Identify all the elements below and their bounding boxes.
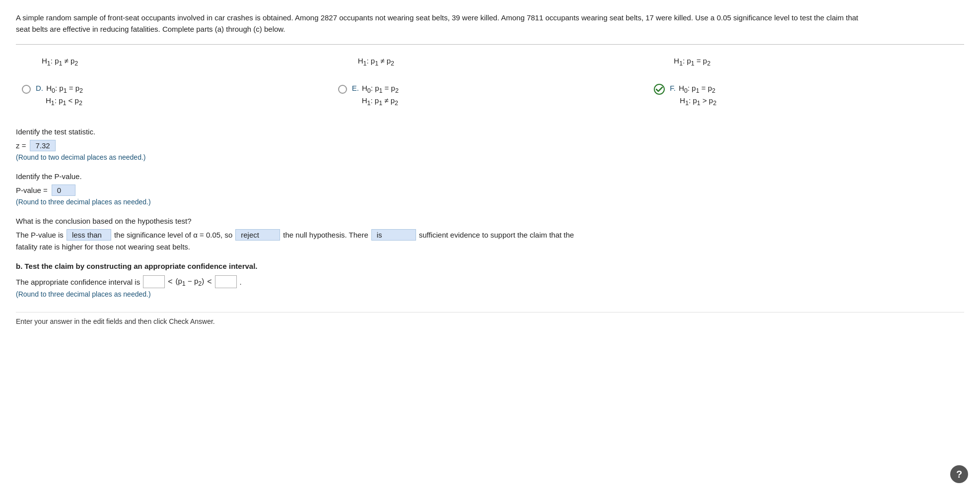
option-d-h1: H1: p1 < p2: [36, 94, 83, 109]
ci-middle-expr: (p1 − p2): [176, 277, 205, 287]
conclusion-sentence: The P-value is less than the significanc…: [16, 229, 964, 241]
section-divider: [16, 44, 964, 45]
conclusion-dropdown1[interactable]: less than: [67, 229, 111, 241]
options-top-row: H1: p1 ≠ p2 H1: p1 ≠ p2 H1: p1 = p2: [16, 52, 964, 72]
options-radio-row: D. H0: p1 = p2 H1: p1 < p2 E. H0: p1 = p…: [16, 81, 964, 114]
bottom-note: Enter your answer in the edit fields and…: [16, 312, 964, 325]
p-value-label: Identify the P-value.: [16, 172, 964, 181]
ci-input-lower[interactable]: [143, 275, 165, 288]
part-b-section: b. Test the claim by constructing an app…: [16, 262, 964, 298]
pvalue-prefix: P-value =: [16, 186, 48, 194]
option-e-letter: E.: [352, 84, 359, 92]
ci-less-than-2: <: [207, 277, 211, 286]
ci-less-than-1: <: [168, 277, 172, 286]
test-stat-hint: (Round to two decimal places as needed.): [16, 153, 964, 161]
option-e-h1: H1: p1 ≠ p2: [352, 94, 399, 109]
conclusion-middle: the significance level of α = 0.05, so: [114, 231, 232, 239]
option-d-radio[interactable]: [22, 85, 31, 94]
conclusion-end-partial: sufficient evidence to support the claim…: [419, 231, 574, 239]
option-e-radio[interactable]: [338, 85, 347, 94]
ci-row: The appropriate confidence interval is <…: [16, 275, 964, 288]
test-stat-row: z = 7.32: [16, 140, 964, 151]
ci-hint: (Round to three decimal places as needed…: [16, 290, 964, 298]
part-b-title: b. Test the claim by constructing an app…: [16, 262, 964, 270]
conclusion-dropdown2[interactable]: reject: [235, 229, 280, 241]
option-d-cell: D. H0: p1 = p2 H1: p1 < p2: [16, 81, 332, 114]
ci-label: The appropriate confidence interval is: [16, 278, 140, 286]
ci-input-upper[interactable]: [215, 275, 237, 288]
option-d-h1-top: H1: p1 ≠ p2: [42, 57, 78, 65]
option-f-h1-top: H1: p1 = p2: [674, 57, 710, 65]
z-prefix: z =: [16, 141, 26, 150]
option-e-h1-top: H1: p1 ≠ p2: [358, 57, 394, 65]
conclusion-start: The P-value is: [16, 231, 64, 239]
conclusion-after2: the null hypothesis. There: [283, 231, 368, 239]
conclusion-question: What is the conclusion based on the hypo…: [16, 217, 964, 225]
option-f-letter: F.: [670, 84, 676, 92]
z-value-box[interactable]: 7.32: [30, 140, 55, 151]
option-e-cell: E. H0: p1 = p2 H1: p1 ≠ p2: [332, 81, 648, 114]
ci-period: .: [240, 278, 242, 286]
p-value-hint: (Round to three decimal places as needed…: [16, 198, 964, 206]
option-f-cell: F. H0: p1 = p2 H1: p1 > p2: [648, 81, 964, 114]
intro-text: A simple random sample of front-seat occ…: [16, 12, 860, 35]
test-stat-label: Identify the test statistic.: [16, 127, 964, 136]
option-d-letter: D.: [36, 84, 43, 92]
conclusion-end-line2: fatality rate is higher for those not we…: [16, 243, 964, 251]
p-value-row: P-value = 0: [16, 185, 964, 196]
option-f-h1: H1: p1 > p2: [670, 94, 716, 109]
p-value-box[interactable]: 0: [52, 185, 75, 196]
option-f-checkmark-icon[interactable]: [654, 84, 665, 95]
conclusion-dropdown3[interactable]: is: [371, 229, 416, 241]
